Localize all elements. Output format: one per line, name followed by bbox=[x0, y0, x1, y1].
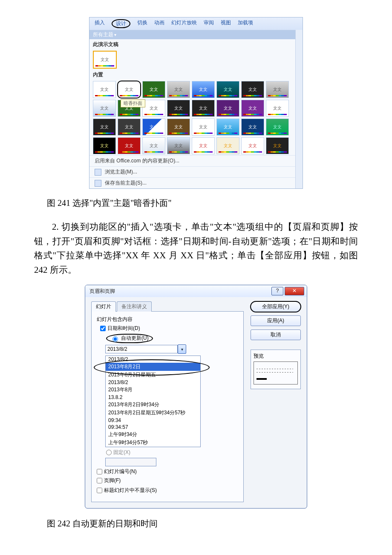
format-option[interactable]: 2013年8月 bbox=[106, 386, 200, 394]
theme-thumb[interactable]: 文文 bbox=[118, 119, 141, 136]
include-label: 幻灯片包含内容 bbox=[97, 316, 238, 323]
theme-thumb[interactable]: 文文 bbox=[118, 137, 141, 154]
help-button[interactable]: ? bbox=[271, 287, 283, 295]
close-button[interactable]: ✕ bbox=[285, 287, 304, 295]
slidenum-checkbox[interactable]: 幻灯片编号(N) bbox=[97, 468, 238, 475]
format-option-selected[interactable]: 2013年8月2日 bbox=[106, 363, 200, 371]
all-themes-label: 所有主题 bbox=[93, 32, 113, 38]
fixed-radio[interactable]: 固定(X) bbox=[106, 449, 238, 456]
theme-thumb[interactable]: 文文 bbox=[142, 137, 165, 154]
theme-thumb[interactable]: 文文 bbox=[216, 137, 239, 154]
group-builtin: 内置 bbox=[89, 69, 303, 80]
no-title-checkbox-input[interactable] bbox=[97, 488, 102, 493]
format-option[interactable]: 上午9时34分 bbox=[106, 431, 200, 439]
menu-save-theme[interactable]: 保存当前主题(S)... bbox=[89, 177, 303, 188]
chevron-down-icon: ▾ bbox=[114, 32, 116, 37]
ribbon-tab-animation[interactable]: 动画 bbox=[154, 19, 164, 28]
fixed-value-combo[interactable] bbox=[105, 458, 238, 466]
scrollbar[interactable] bbox=[295, 30, 303, 188]
cancel-button[interactable]: 取消 bbox=[251, 330, 301, 340]
paragraph-step2: 2. 切换到功能区的"插入"选项卡，单击"文本"选项组中的【页眉和页脚】按钮，打… bbox=[34, 220, 358, 277]
fixed-radio-input[interactable] bbox=[106, 450, 112, 455]
theme-thumb[interactable]: 文文 bbox=[241, 137, 264, 154]
dialog-title: 页眉和页脚 bbox=[88, 288, 270, 295]
datetime-checkbox-input[interactable] bbox=[100, 326, 106, 331]
theme-thumb[interactable]: 文文 bbox=[216, 100, 239, 117]
format-option[interactable]: 09:34 bbox=[106, 417, 200, 424]
theme-thumb-anxiang[interactable]: 文文 暗香扑面 bbox=[118, 81, 141, 98]
theme-thumb[interactable]: 文文 bbox=[266, 119, 289, 136]
format-option[interactable]: 09:34:57 bbox=[106, 424, 200, 431]
theme-thumb[interactable]: 文文 bbox=[167, 119, 190, 136]
menu-browse-themes[interactable]: 浏览主题(M)... bbox=[89, 166, 303, 177]
theme-thumb[interactable]: 文文 bbox=[142, 119, 165, 136]
ppt-themes-window: 插入 设计 切换 动画 幻灯片放映 审阅 视图 加载项 所有主题▾ 此演示文稿 … bbox=[89, 17, 303, 189]
menu-enable-office-update[interactable]: 启用来自 Office.com 的内容更新(O)... bbox=[89, 155, 303, 166]
format-option[interactable]: 上午9时34分57秒 bbox=[106, 439, 200, 447]
footer-checkbox[interactable]: 页脚(F) bbox=[97, 477, 238, 484]
date-format-input[interactable] bbox=[105, 345, 178, 353]
format-option[interactable]: 13.8.2 bbox=[106, 394, 200, 401]
ribbon-tabs: 插入 设计 切换 动画 幻灯片放映 审阅 视图 加载项 bbox=[89, 17, 303, 30]
ribbon-tab-transition[interactable]: 切换 bbox=[137, 19, 147, 28]
date-format-combo[interactable] bbox=[105, 344, 238, 354]
footer-checkbox-input[interactable] bbox=[97, 478, 102, 483]
theme-thumb[interactable]: 文文 bbox=[167, 81, 190, 98]
apply-all-button[interactable]: 全部应用(Y) bbox=[251, 301, 301, 312]
save-icon bbox=[95, 180, 101, 187]
folder-icon bbox=[95, 169, 101, 176]
slidenum-checkbox-input[interactable] bbox=[97, 469, 102, 474]
datetime-checkbox[interactable]: 日期和时间(D) bbox=[100, 325, 238, 332]
theme-thumb[interactable]: 文文 bbox=[241, 100, 264, 117]
theme-thumb[interactable]: 文文 bbox=[241, 81, 264, 98]
format-option[interactable]: 2013/8/2 bbox=[106, 356, 200, 363]
fixed-value-input bbox=[105, 458, 156, 466]
ribbon-tab-insert[interactable]: 插入 bbox=[95, 19, 105, 28]
theme-thumb[interactable]: 文文 bbox=[167, 137, 190, 154]
format-option[interactable]: 2013年8月2日星期五 bbox=[106, 371, 200, 379]
preview-thumbnail bbox=[254, 361, 298, 384]
auto-update-radio-input[interactable] bbox=[112, 336, 118, 342]
theme-thumb-current[interactable]: 文文 bbox=[93, 51, 117, 69]
ribbon-tab-design[interactable]: 设计 bbox=[112, 19, 130, 28]
theme-thumb[interactable]: 文文 bbox=[192, 100, 215, 117]
theme-thumb[interactable]: 文文 bbox=[216, 81, 239, 98]
date-format-list[interactable]: 2013/8/2 2013年8月2日 2013年8月2日星期五 2013/8/2… bbox=[105, 356, 201, 447]
header-footer-dialog: 页眉和页脚 ? ✕ 幻灯片 备注和讲义 幻灯片包含内容 日期和时间(D) bbox=[85, 285, 307, 509]
figure-caption-242: 图 242 自动更新的日期和时间 bbox=[47, 518, 358, 529]
theme-thumb[interactable]: 文文 bbox=[192, 137, 215, 154]
auto-update-radio[interactable]: 自动更新(U) bbox=[106, 334, 153, 343]
theme-thumb[interactable]: 文文 bbox=[241, 119, 264, 136]
apply-button[interactable]: 应用(A) bbox=[251, 315, 301, 326]
theme-thumb[interactable]: 文文 bbox=[93, 119, 116, 136]
theme-thumb[interactable]: 文文 bbox=[167, 100, 190, 117]
theme-thumb[interactable]: 文文 bbox=[192, 119, 215, 136]
ribbon-tab-view[interactable]: 视图 bbox=[221, 19, 231, 28]
format-option[interactable]: 2013年8月2日9时34分 bbox=[106, 401, 200, 409]
preview-label: 预览 bbox=[254, 353, 298, 360]
figure-caption-241: 图 241 选择"内置"主题"暗香扑面" bbox=[47, 197, 358, 209]
theme-tooltip: 暗香扑面 bbox=[121, 99, 145, 107]
chevron-down-icon[interactable] bbox=[178, 344, 186, 354]
theme-thumb[interactable]: 文文 bbox=[192, 81, 215, 98]
preview-panel: 预览 bbox=[251, 350, 301, 389]
group-current-doc: 此演示文稿 bbox=[89, 39, 303, 50]
theme-thumb[interactable]: 文文 bbox=[93, 81, 116, 98]
theme-thumb[interactable]: 文文 bbox=[266, 137, 289, 154]
theme-thumb[interactable]: 文文 bbox=[93, 137, 116, 154]
theme-thumb[interactable]: 文文 bbox=[216, 119, 239, 136]
theme-thumb[interactable]: 文文 bbox=[266, 100, 289, 117]
all-themes-dropdown[interactable]: 所有主题▾ bbox=[89, 30, 303, 39]
ribbon-tab-review[interactable]: 审阅 bbox=[204, 19, 214, 28]
theme-thumb[interactable]: 文文 bbox=[93, 100, 116, 117]
theme-thumb[interactable]: 文文 bbox=[142, 81, 165, 98]
tab-slide[interactable]: 幻灯片 bbox=[91, 301, 116, 312]
tab-notes[interactable]: 备注和讲义 bbox=[117, 301, 152, 312]
format-option[interactable]: 2013年8月2日星期五9时34分57秒 bbox=[106, 409, 200, 417]
ribbon-tab-slideshow[interactable]: 幻灯片放映 bbox=[171, 19, 197, 28]
ribbon-tab-addins[interactable]: 加载项 bbox=[238, 19, 253, 28]
theme-thumb[interactable]: 文文 bbox=[142, 100, 165, 117]
no-title-checkbox[interactable]: 标题幻灯片中不显示(S) bbox=[97, 487, 238, 494]
theme-thumb[interactable]: 文文 bbox=[266, 81, 289, 98]
format-option[interactable]: 2013/8/2 bbox=[106, 379, 200, 386]
